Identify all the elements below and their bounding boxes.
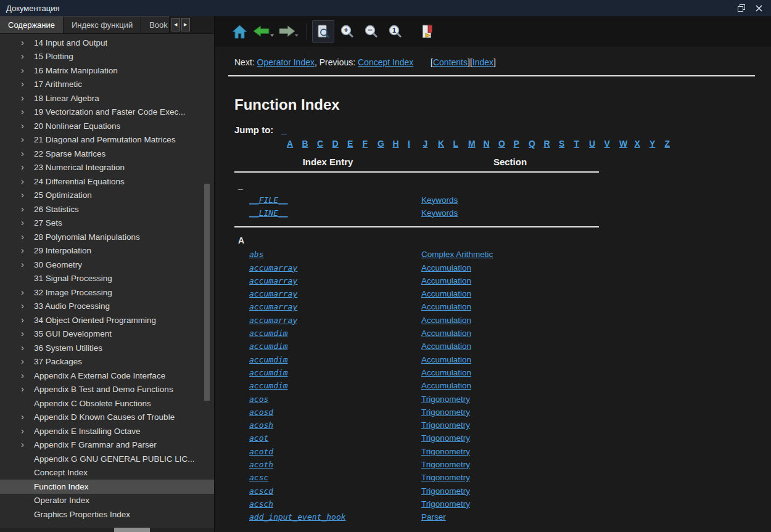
bookmark-button[interactable] — [417, 20, 439, 43]
section-link[interactable]: Accumulation — [421, 355, 471, 364]
function-entry-link[interactable]: accumdim — [249, 342, 288, 351]
section-link[interactable]: Trigonometry — [421, 420, 470, 430]
function-entry-link[interactable]: acot — [249, 433, 268, 443]
back-button[interactable] — [252, 20, 274, 43]
section-link[interactable]: Trigonometry — [421, 447, 470, 456]
tree-item[interactable]: Appendix C Obsolete Functions — [0, 396, 214, 411]
section-link[interactable]: Trigonometry — [421, 433, 470, 443]
jump-letter-link[interactable]: H — [393, 139, 408, 149]
tree-item[interactable]: ›33 Audio Processing — [0, 300, 214, 314]
function-entry-link[interactable]: accumdim — [249, 368, 288, 377]
tree-item[interactable]: ›Appendix F Grammar and Parser — [0, 438, 214, 452]
section-link[interactable]: Accumulation — [421, 316, 471, 325]
jump-letter-link[interactable]: Y — [649, 139, 665, 149]
section-link[interactable]: Trigonometry — [421, 473, 470, 482]
section-link[interactable]: Accumulation — [421, 263, 471, 272]
section-link[interactable]: Keywords — [421, 208, 458, 218]
tab-scroll-left-button[interactable]: ◀ — [171, 18, 180, 31]
jump-letter-link[interactable]: B — [302, 139, 318, 149]
zoom-in-button[interactable]: + — [336, 20, 358, 43]
tab-scroll-right-button[interactable]: ▶ — [181, 18, 190, 31]
section-link[interactable]: Accumulation — [421, 289, 471, 298]
function-entry-link[interactable]: accumarray — [249, 289, 297, 298]
tree-item[interactable]: ›29 Interpolation — [0, 244, 214, 258]
expand-chevron-icon[interactable]: › — [21, 232, 34, 241]
tree-item[interactable]: ›17 Arithmetic — [0, 78, 214, 92]
function-entry-link[interactable]: abs — [249, 250, 263, 259]
expand-chevron-icon[interactable]: › — [21, 287, 34, 297]
expand-chevron-icon[interactable]: › — [21, 79, 34, 88]
expand-chevron-icon[interactable]: › — [21, 93, 34, 102]
tree-item[interactable]: ›37 Packages — [0, 355, 214, 369]
section-link[interactable]: Accumulation — [421, 342, 471, 351]
tree-item[interactable]: ›Appendix A External Code Interface — [0, 369, 214, 383]
function-entry-link[interactable]: add_input_event_hook — [249, 512, 346, 522]
home-button[interactable] — [228, 20, 250, 43]
jump-letter-link[interactable]: G — [377, 139, 393, 149]
jump-letter-link[interactable]: R — [544, 139, 559, 149]
tree-item[interactable]: ›26 Statistics — [0, 202, 214, 216]
tree-item[interactable]: Function Index — [0, 480, 214, 494]
jump-letter-link[interactable]: C — [317, 139, 332, 149]
function-entry-link[interactable]: acscd — [249, 486, 273, 496]
contents-link[interactable]: Contents — [433, 57, 468, 67]
expand-chevron-icon[interactable]: › — [21, 134, 34, 144]
section-link[interactable]: Complex Arithmetic — [421, 250, 493, 259]
section-link[interactable]: Parser — [421, 512, 446, 522]
tree-item[interactable]: ›21 Diagonal and Permutation Matrices — [0, 133, 214, 147]
title-bar[interactable]: Документация — [0, 0, 771, 16]
tab-contents[interactable]: Содержание — [0, 16, 64, 33]
tree-vertical-scrollbar[interactable] — [204, 34, 210, 532]
function-entry-link[interactable]: __FILE__ — [249, 195, 288, 205]
find-in-page-button[interactable] — [312, 20, 334, 43]
function-entry-link[interactable]: accumdim — [249, 381, 288, 390]
zoom-original-button[interactable]: 1 — [384, 20, 406, 43]
function-entry-link[interactable]: __LINE__ — [249, 208, 288, 218]
tree-item[interactable]: ›Appendix E Installing Octave — [0, 424, 214, 438]
jump-letter-link[interactable]: E — [347, 139, 363, 149]
jump-letter-link[interactable]: N — [484, 139, 499, 149]
jump-letter-link[interactable]: W — [619, 139, 635, 149]
expand-chevron-icon[interactable]: › — [21, 440, 34, 449]
tree-horizontal-scrollbar[interactable] — [0, 528, 214, 532]
tree-item[interactable]: ›36 System Utilities — [0, 341, 214, 355]
section-link[interactable]: Trigonometry — [421, 407, 470, 417]
section-link[interactable]: Keywords — [421, 195, 458, 205]
function-entry-link[interactable]: acos — [249, 395, 268, 404]
function-entry-link[interactable]: acsch — [249, 499, 273, 509]
tree-item[interactable]: ›20 Nonlinear Equations — [0, 119, 214, 133]
jump-letter-link[interactable]: P — [514, 139, 529, 149]
section-link[interactable]: Trigonometry — [421, 486, 470, 496]
expand-chevron-icon[interactable]: › — [21, 301, 34, 310]
tree-item[interactable]: ›30 Geometry — [0, 258, 214, 272]
expand-chevron-icon[interactable]: › — [21, 370, 34, 380]
function-entry-link[interactable]: accumarray — [249, 302, 297, 311]
restore-button[interactable] — [733, 2, 750, 14]
section-link[interactable]: Accumulation — [421, 329, 471, 338]
jump-underscore-link[interactable]: _ — [281, 125, 286, 135]
function-entry-link[interactable]: acotd — [249, 447, 273, 456]
tree-item[interactable]: ›19 Vectorization and Faster Code Exec..… — [0, 105, 214, 120]
tree-item[interactable]: ›15 Plotting — [0, 50, 214, 64]
tree-horizontal-scrollbar-thumb[interactable] — [114, 528, 150, 532]
zoom-out-button[interactable]: − — [360, 20, 382, 43]
jump-letter-link[interactable]: X — [635, 139, 650, 149]
expand-chevron-icon[interactable]: › — [21, 162, 34, 171]
expand-chevron-icon[interactable]: › — [21, 343, 34, 352]
next-link[interactable]: Operator Index — [257, 57, 315, 67]
expand-chevron-icon[interactable]: › — [21, 204, 34, 213]
section-link[interactable]: Trigonometry — [421, 499, 470, 509]
section-link[interactable]: Trigonometry — [421, 395, 470, 404]
tree-item[interactable]: Concept Index — [0, 466, 214, 480]
expand-chevron-icon[interactable]: › — [21, 356, 34, 366]
jump-letter-link[interactable]: J — [423, 139, 439, 149]
jump-letter-link[interactable]: A — [287, 139, 302, 149]
tree-item[interactable]: ›22 Sparse Matrices — [0, 147, 214, 161]
expand-chevron-icon[interactable]: › — [21, 190, 34, 199]
jump-letter-link[interactable]: D — [332, 139, 348, 149]
jump-letter-link[interactable]: F — [363, 139, 378, 149]
tree-item[interactable]: ›16 Matrix Manipulation — [0, 63, 214, 78]
tree-item[interactable]: Operator Index — [0, 494, 214, 508]
jump-letter-link[interactable]: S — [559, 139, 574, 149]
function-entry-link[interactable]: accumarray — [249, 316, 297, 325]
